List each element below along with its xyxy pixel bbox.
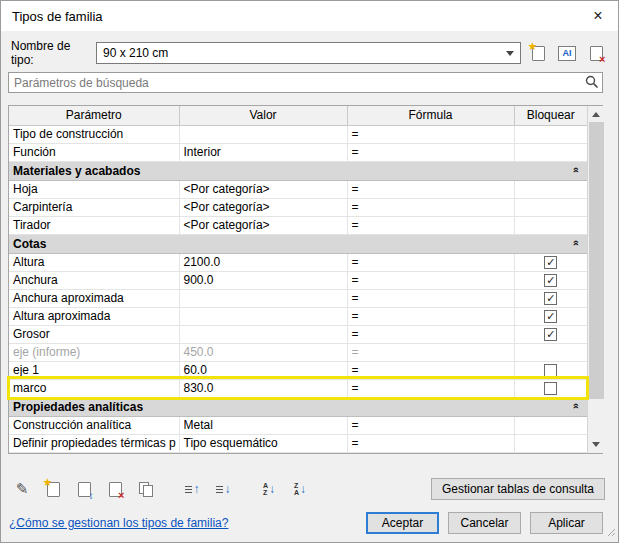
chevron-down-icon[interactable]: [500, 43, 520, 63]
parameter-lock-cell: [514, 216, 587, 234]
new-parameter-button[interactable]: ★: [42, 479, 64, 499]
parameter-value-cell[interactable]: <Por categoría>: [179, 216, 347, 234]
parameter-row[interactable]: eje 160.0=: [9, 361, 587, 379]
parameter-value-cell[interactable]: Interior: [179, 143, 347, 161]
parameter-row[interactable]: Construcción analíticaMetal=: [9, 416, 587, 434]
parameter-formula-cell[interactable]: =: [347, 180, 514, 198]
parameter-value-cell[interactable]: 830.0: [179, 379, 347, 397]
edit-parameter-button[interactable]: ✎: [11, 479, 33, 499]
delete-type-button[interactable]: ×: [584, 42, 608, 64]
parameter-formula-cell[interactable]: =: [347, 289, 514, 307]
collapse-section-icon[interactable]: [569, 239, 581, 245]
parameter-formula-cell[interactable]: =: [347, 379, 514, 397]
search-input[interactable]: [8, 72, 603, 93]
manage-lookup-tables-button[interactable]: Gestionar tablas de consulta: [431, 478, 605, 500]
lock-checkbox[interactable]: [544, 364, 557, 377]
scroll-up-button[interactable]: [588, 106, 604, 122]
lock-checkbox[interactable]: [544, 382, 557, 395]
parameter-formula-cell[interactable]: =: [347, 343, 514, 361]
apply-button[interactable]: Aplicar: [530, 512, 603, 534]
parameter-formula-cell[interactable]: =: [347, 253, 514, 271]
move-parameter-down-button[interactable]: ↓: [212, 479, 234, 499]
parameter-formula-cell[interactable]: =: [347, 125, 514, 143]
accept-button[interactable]: Aceptar: [366, 512, 439, 534]
delete-parameter-icon: ×: [109, 482, 122, 497]
cancel-button[interactable]: Cancelar: [448, 512, 521, 534]
parameter-row[interactable]: Definir propiedades térmicas pTipo esque…: [9, 434, 587, 452]
vertical-scrollbar[interactable]: [587, 106, 604, 453]
delete-parameter-button[interactable]: ×: [104, 479, 126, 499]
footer: ¿Cómo se gestionan los tipos de familia?…: [9, 511, 603, 535]
rename-type-button[interactable]: AI: [555, 42, 579, 64]
column-header: Bloquear: [514, 106, 587, 125]
parameter-table: ParámetroValorFórmulaBloquear Tipo de co…: [9, 106, 587, 453]
parameter-value-cell[interactable]: <Por categoría>: [179, 180, 347, 198]
parameter-value-cell[interactable]: 60.0: [179, 361, 347, 379]
type-name-combobox[interactable]: 90 x 210 cm: [96, 42, 521, 64]
resize-grip-icon[interactable]: [606, 526, 616, 540]
parameter-formula-cell[interactable]: =: [347, 271, 514, 289]
sort-descending-button[interactable]: ZA↓: [289, 479, 311, 499]
move-parameter-up-button[interactable]: ↑: [181, 479, 203, 499]
parameter-formula-cell[interactable]: =: [347, 198, 514, 216]
parameter-value-cell[interactable]: Tipo esquemático: [179, 434, 347, 452]
rename-icon: AI: [558, 46, 576, 61]
parameter-formula-cell[interactable]: =: [347, 325, 514, 343]
scrollbar-thumb[interactable]: [589, 122, 604, 399]
parameter-row[interactable]: Hoja<Por categoría>=: [9, 180, 587, 198]
new-type-button[interactable]: ★: [526, 42, 550, 64]
parameter-name-cell: Altura aproximada: [9, 307, 179, 325]
parameter-formula-cell[interactable]: =: [347, 361, 514, 379]
duplicate-parameter-button[interactable]: [135, 479, 157, 499]
parameter-lock-cell: [514, 253, 587, 271]
section-row[interactable]: Propiedades analíticas: [9, 397, 587, 416]
parameter-row[interactable]: Altura2100.0=: [9, 253, 587, 271]
parameter-value-cell[interactable]: [179, 289, 347, 307]
parameter-value-cell[interactable]: [179, 307, 347, 325]
lock-checkbox[interactable]: [544, 310, 557, 323]
parameter-formula-cell[interactable]: =: [347, 416, 514, 434]
lock-checkbox[interactable]: [544, 274, 557, 287]
parameter-formula-cell[interactable]: =: [347, 434, 514, 452]
parameter-formula-cell[interactable]: =: [347, 307, 514, 325]
close-button[interactable]: ×: [578, 1, 618, 31]
parameter-value-cell[interactable]: <Por categoría>: [179, 198, 347, 216]
parameter-row[interactable]: Carpintería<Por categoría>=: [9, 198, 587, 216]
shared-parameter-button[interactable]: ↕: [73, 479, 95, 499]
lock-checkbox[interactable]: [544, 292, 557, 305]
parameter-value-cell[interactable]: 2100.0: [179, 253, 347, 271]
collapse-section-icon[interactable]: [569, 402, 581, 408]
parameter-value-cell[interactable]: Metal: [179, 416, 347, 434]
collapse-section-icon[interactable]: [569, 166, 581, 172]
parameter-value-cell[interactable]: 900.0: [179, 271, 347, 289]
parameter-formula-cell[interactable]: =: [347, 216, 514, 234]
scroll-down-icon: [592, 442, 600, 447]
lock-checkbox[interactable]: [544, 328, 557, 341]
parameter-value-cell[interactable]: [179, 125, 347, 143]
parameter-row[interactable]: eje (informe)450.0=: [9, 343, 587, 361]
parameter-value-cell[interactable]: 450.0: [179, 343, 347, 361]
parameter-lock-cell: [514, 307, 587, 325]
parameter-row[interactable]: Altura aproximada=: [9, 307, 587, 325]
sort-ascending-button[interactable]: AZ↓: [258, 479, 280, 499]
new-type-icon: ★: [532, 46, 545, 61]
section-row[interactable]: Materiales y acabados: [9, 161, 587, 180]
section-row[interactable]: Cotas: [9, 234, 587, 253]
parameter-row[interactable]: Grosor=: [9, 325, 587, 343]
parameter-row[interactable]: Tipo de construcción=: [9, 125, 587, 143]
parameter-lock-cell: [514, 434, 587, 452]
parameter-row[interactable]: Anchura900.0=: [9, 271, 587, 289]
parameter-row[interactable]: Anchura aproximada=: [9, 289, 587, 307]
search-row: [8, 72, 603, 93]
lock-checkbox[interactable]: [544, 256, 557, 269]
sort-descending-icon: ZA↓: [294, 482, 306, 496]
parameter-formula-cell[interactable]: =: [347, 143, 514, 161]
parameter-row[interactable]: FunciónInterior=: [9, 143, 587, 161]
parameter-row[interactable]: marco830.0=: [9, 379, 587, 397]
help-link[interactable]: ¿Cómo se gestionan los tipos de familia?: [9, 516, 228, 530]
parameter-row[interactable]: Tirador<Por categoría>=: [9, 216, 587, 234]
parameter-value-cell[interactable]: [179, 325, 347, 343]
scroll-down-button[interactable]: [588, 437, 604, 453]
parameter-lock-cell: [514, 289, 587, 307]
parameter-name-cell: Anchura aproximada: [9, 289, 179, 307]
